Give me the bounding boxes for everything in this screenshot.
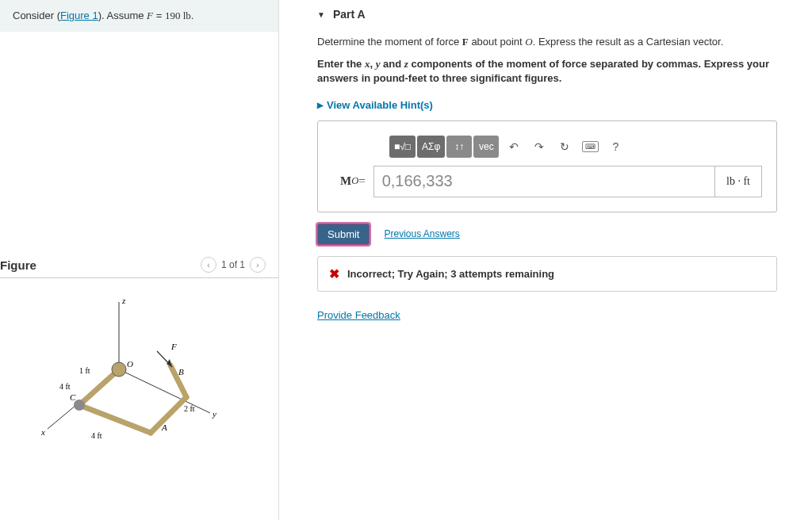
keyboard-icon[interactable]: ⌨	[580, 136, 600, 157]
svg-line-8	[151, 397, 186, 433]
answer-box: ■√□ ΑΣφ ↕↑ vec ↶ ↷ ↻ ⌨ ? MO = lb · ft	[317, 120, 777, 212]
part-title: Part A	[333, 8, 366, 21]
pager-next-button[interactable]: ›	[250, 257, 266, 273]
templates-button[interactable]: ■√□	[389, 136, 416, 158]
question-line-1: Determine the moment of force F about po…	[317, 35, 793, 49]
svg-line-2	[119, 369, 210, 413]
greek-button[interactable]: ΑΣφ	[417, 136, 445, 158]
svg-text:4 ft: 4 ft	[91, 431, 102, 440]
answer-label: MO =	[332, 166, 373, 197]
figure-image: z x y O F B C	[0, 278, 278, 463]
svg-text:2 ft: 2 ft	[184, 404, 195, 413]
feedback-box: ✖ Incorrect; Try Again; 3 attempts remai…	[317, 256, 777, 292]
help-button[interactable]: ?	[605, 136, 626, 157]
part-header[interactable]: ▼ Part A	[317, 8, 793, 21]
view-hints-link[interactable]: ▶ View Available Hint(s)	[317, 99, 433, 111]
answer-unit: lb · ft	[715, 166, 762, 197]
submit-button[interactable]: Submit	[317, 224, 370, 245]
undo-button[interactable]: ↶	[504, 136, 524, 157]
provide-feedback-link[interactable]: Provide Feedback	[317, 309, 400, 321]
question-line-2: Enter the x, y and z components of the m…	[317, 57, 793, 86]
redo-button[interactable]: ↷	[529, 136, 550, 157]
figure-title: Figure	[0, 258, 36, 272]
feedback-text: Incorrect; Try Again; 3 attempts remaini…	[347, 268, 554, 280]
svg-text:F: F	[170, 342, 177, 351]
subsuper-button[interactable]: ↕↑	[446, 136, 472, 158]
previous-answers-link[interactable]: Previous Answers	[384, 228, 459, 239]
equation-toolbar: ■√□ ΑΣφ ↕↑ vec ↶ ↷ ↻ ⌨ ?	[389, 136, 626, 158]
svg-text:B: B	[178, 367, 184, 377]
error-x-icon: ✖	[329, 266, 339, 281]
pager-prev-button[interactable]: ‹	[201, 257, 216, 273]
svg-text:1 ft: 1 ft	[79, 366, 90, 375]
problem-intro: Consider (Figure 1). Assume F = 190 lb.	[0, 0, 278, 32]
svg-point-10	[112, 362, 126, 377]
figure-link[interactable]: Figure 1	[60, 10, 98, 21]
svg-text:A: A	[161, 422, 167, 432]
collapse-caret-icon: ▼	[317, 10, 325, 19]
answer-input[interactable]	[373, 166, 715, 197]
intro-prefix: Consider (	[13, 10, 60, 21]
svg-line-7	[79, 405, 151, 433]
chevron-right-icon: ▶	[317, 101, 324, 109]
svg-text:O: O	[127, 359, 133, 369]
pager-label: 1 of 1	[221, 259, 245, 270]
svg-text:z: z	[121, 296, 126, 305]
svg-text:4 ft: 4 ft	[59, 382, 71, 391]
figure-pager: ‹ 1 of 1 ›	[201, 257, 266, 273]
vec-button[interactable]: vec	[473, 136, 499, 158]
reset-button[interactable]: ↻	[554, 136, 575, 157]
F-symbol: F	[147, 10, 153, 21]
svg-text:x: x	[40, 427, 45, 437]
svg-text:y: y	[212, 409, 216, 419]
svg-text:C: C	[70, 392, 76, 402]
